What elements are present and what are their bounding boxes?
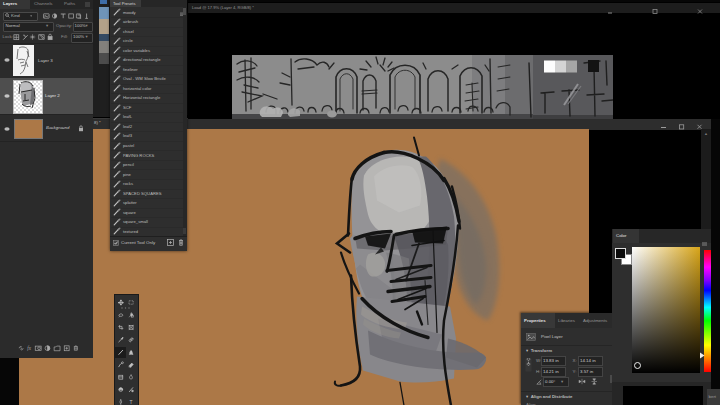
svg-text:fx: fx bbox=[27, 345, 31, 351]
svg-text:T: T bbox=[129, 400, 132, 405]
